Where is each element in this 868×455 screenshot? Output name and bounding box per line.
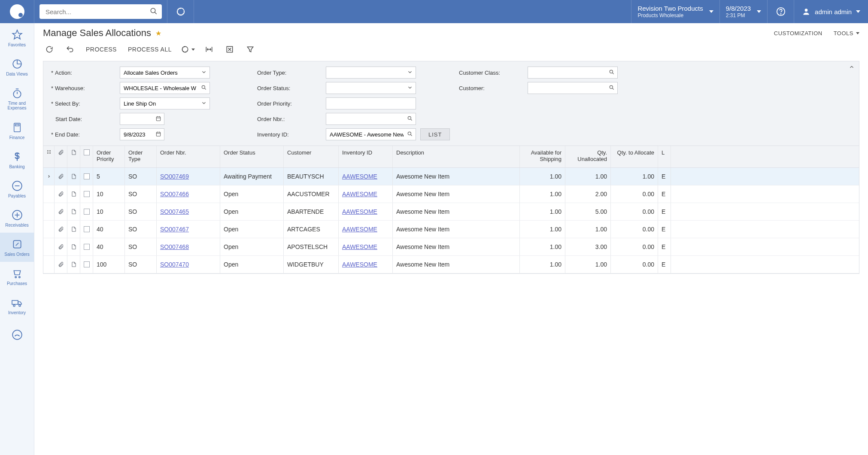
col-partial[interactable]: L (658, 146, 671, 167)
nav-time-expenses[interactable]: Time and Expenses (0, 82, 34, 116)
inventory-id-lookup[interactable] (326, 128, 416, 140)
cell-order-nbr[interactable]: SO007468 (157, 238, 220, 255)
cell-qty-to-allocate[interactable]: 1.00 (611, 168, 658, 185)
cell-inventory-link[interactable]: AAWESOME (342, 173, 377, 180)
col-inventory-id[interactable]: Inventory ID (339, 146, 393, 167)
tools-menu[interactable]: TOOLS (834, 30, 859, 36)
row-checkbox[interactable] (80, 221, 93, 238)
cell-qty-to-allocate[interactable]: 0.00 (611, 185, 658, 203)
row-selector[interactable] (43, 221, 55, 238)
tenant-selector[interactable]: Revision Two Products Products Wholesale (631, 0, 719, 23)
list-button[interactable]: LIST (420, 128, 450, 140)
nav-more[interactable] (0, 320, 34, 349)
customization-link[interactable]: CUSTOMIZATION (774, 30, 822, 36)
process-button[interactable]: PROCESS (84, 43, 118, 56)
col-order-status[interactable]: Order Status (220, 146, 284, 167)
cell-order-nbr-link[interactable]: SO007468 (160, 243, 189, 250)
cell-order-nbr-link[interactable]: SO007465 (160, 208, 189, 215)
search-icon[interactable] (150, 7, 158, 16)
cell-qty-to-allocate[interactable]: 0.00 (611, 256, 658, 273)
order-type-select[interactable] (326, 67, 416, 79)
nav-finance[interactable]: Finance (0, 116, 34, 145)
table-row[interactable]: 5SOSO007469Awaiting PaymentBEAUTYSCHAAWE… (43, 168, 859, 185)
process-all-button[interactable]: PROCESS ALL (126, 43, 173, 56)
cell-inventory[interactable]: AAWESOME (339, 203, 393, 220)
col-qty-unallocated[interactable]: Qty. Unallocated (565, 146, 611, 167)
order-priority-input[interactable] (326, 97, 416, 109)
nav-payables[interactable]: Payables (0, 174, 34, 203)
cell-inventory-link[interactable]: AAWESOME (342, 261, 377, 268)
cell-inventory-link[interactable]: AAWESOME (342, 208, 377, 215)
col-order-priority[interactable]: Order Priority (93, 146, 125, 167)
cell-inventory-link[interactable]: AAWESOME (342, 243, 377, 250)
row-attachment[interactable] (55, 168, 67, 185)
order-status-select[interactable] (326, 82, 416, 94)
nav-favorites[interactable]: Favorites (0, 23, 34, 52)
cell-order-nbr[interactable]: SO007470 (157, 256, 220, 273)
col-order-type[interactable]: Order Type (125, 146, 157, 167)
nav-receivables[interactable]: Receivables (0, 203, 34, 233)
col-order-nbr[interactable]: Order Nbr. (157, 146, 220, 167)
nav-banking[interactable]: Banking (0, 145, 34, 174)
row-selector[interactable] (43, 185, 55, 203)
schedule-button[interactable] (181, 43, 195, 56)
fit-columns-button[interactable] (203, 43, 215, 56)
select-by-select[interactable] (120, 97, 210, 109)
cell-qty-to-allocate[interactable]: 0.00 (611, 238, 658, 255)
favorite-star-icon[interactable]: ★ (155, 29, 161, 37)
collapse-panel-button[interactable] (849, 64, 855, 71)
row-selector[interactable] (43, 168, 55, 185)
warehouse-lookup[interactable] (120, 82, 210, 94)
cell-order-nbr-link[interactable]: SO007470 (160, 261, 189, 268)
cell-inventory-link[interactable]: AAWESOME (342, 226, 377, 233)
export-excel-button[interactable] (223, 43, 236, 56)
col-available-shipping[interactable]: Available for Shipping (520, 146, 565, 167)
cell-inventory-link[interactable]: AAWESOME (342, 191, 377, 197)
filter-button[interactable] (244, 43, 257, 56)
order-nbr-lookup[interactable] (326, 113, 416, 125)
business-date-selector[interactable]: 9/8/2023 2:31 PM (719, 0, 767, 23)
cell-order-nbr-link[interactable]: SO007466 (160, 191, 189, 197)
nav-inventory[interactable]: Inventory (0, 291, 34, 320)
cell-order-nbr[interactable]: SO007469 (157, 168, 220, 185)
cell-qty-to-allocate[interactable]: 0.00 (611, 203, 658, 220)
customer-class-lookup[interactable] (528, 67, 618, 79)
cell-inventory[interactable]: AAWESOME (339, 168, 393, 185)
table-row[interactable]: 10SOSO007465OpenABARTENDEAAWESOMEAwesome… (43, 203, 859, 221)
row-checkbox[interactable] (80, 238, 93, 255)
cell-order-nbr-link[interactable]: SO007467 (160, 226, 189, 233)
col-qty-to-allocate[interactable]: Qty. to Allocate (611, 146, 658, 167)
row-attachment[interactable] (55, 256, 67, 273)
cell-inventory[interactable]: AAWESOME (339, 238, 393, 255)
row-selector[interactable] (43, 203, 55, 220)
col-notes[interactable] (67, 146, 80, 167)
row-attachment[interactable] (55, 238, 67, 255)
nav-purchases[interactable]: Purchases (0, 262, 34, 291)
table-row[interactable]: 40SOSO007467OpenARTCAGESAAWESOMEAwesome … (43, 221, 859, 238)
table-row[interactable]: 10SOSO007466OpenAACUSTOMERAAWESOMEAwesom… (43, 185, 859, 203)
cell-order-nbr[interactable]: SO007465 (157, 203, 220, 220)
col-customer[interactable]: Customer (284, 146, 339, 167)
cell-order-nbr[interactable]: SO007467 (157, 221, 220, 238)
row-selector[interactable] (43, 256, 55, 273)
row-note[interactable] (67, 238, 80, 255)
search-input[interactable] (39, 4, 162, 19)
table-row[interactable]: 40SOSO007468OpenAPOSTELSCHAAWESOMEAwesom… (43, 238, 859, 256)
row-note[interactable] (67, 185, 80, 203)
user-menu[interactable]: admin admin (794, 0, 868, 23)
row-note[interactable] (67, 256, 80, 273)
col-select-all[interactable] (80, 146, 93, 167)
cell-qty-to-allocate[interactable]: 0.00 (611, 221, 658, 238)
row-note[interactable] (67, 203, 80, 220)
cell-inventory[interactable]: AAWESOME (339, 256, 393, 273)
cell-inventory[interactable]: AAWESOME (339, 185, 393, 203)
help-button[interactable] (767, 0, 794, 23)
app-logo[interactable] (0, 0, 34, 23)
row-checkbox[interactable] (80, 185, 93, 203)
nav-data-views[interactable]: Data Views (0, 52, 34, 82)
start-date-input[interactable] (120, 113, 164, 125)
row-checkbox[interactable] (80, 256, 93, 273)
row-attachment[interactable] (55, 203, 67, 220)
undo-button[interactable] (64, 43, 76, 56)
action-select[interactable] (120, 67, 210, 79)
